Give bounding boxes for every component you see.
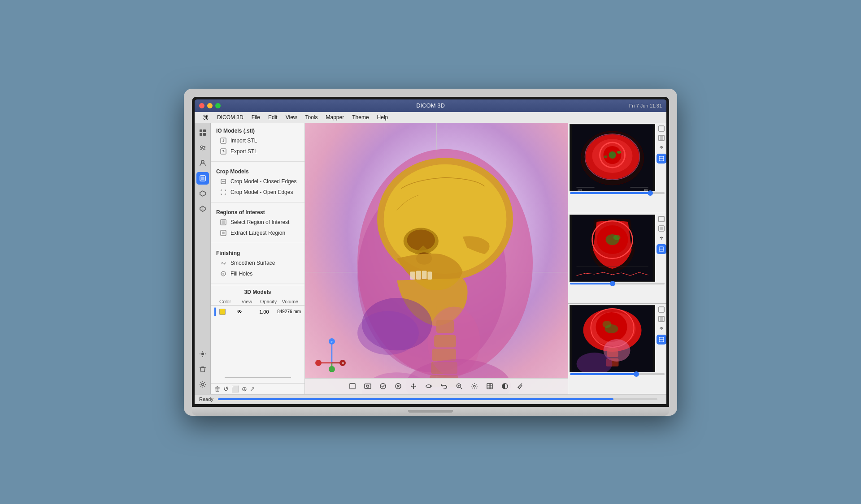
section-header-regions: Regions of Interest [211, 207, 304, 217]
section-header-crop-models: Crop Models [211, 166, 304, 176]
view-top-icon-1[interactable] [657, 125, 665, 133]
slice-controls-mid [568, 282, 666, 285]
tool-cancel[interactable] [392, 380, 404, 392]
models-bottom-toolbar: 🗑 ↺ ⬜ ⊕ ↗ [211, 383, 304, 394]
minimize-button[interactable] [207, 103, 213, 108]
tool-rotate-3d[interactable] [423, 380, 435, 392]
maximize-button[interactable] [215, 103, 221, 108]
section-header-finishing: Finishing [211, 248, 304, 258]
slider-thumb-mid[interactable] [610, 281, 615, 286]
menu-help[interactable]: Help [374, 113, 392, 122]
slider-thumb-top[interactable] [648, 190, 653, 196]
icon-grid-view[interactable] [196, 126, 209, 139]
svg-rect-106 [660, 227, 663, 230]
view-mid-icons [657, 213, 666, 282]
slice-controls-top [568, 191, 666, 195]
menu-edit[interactable]: Edit [265, 113, 281, 122]
menu-export-stl[interactable]: Export STL [211, 146, 304, 157]
merge-model-icon[interactable]: ⊕ [242, 385, 247, 392]
menu-fill-holes[interactable]: Fill Holes [211, 268, 304, 279]
view-bottom-icon-3[interactable] [657, 324, 665, 332]
menu-extract-region[interactable]: Extract Largest Region [211, 228, 304, 238]
crop-closed-icon [220, 178, 227, 185]
menu-view[interactable]: View [282, 113, 301, 122]
table-row[interactable]: 👁 1.00 849276 mm [211, 306, 304, 318]
menu-smoothen[interactable]: Smoothen Surface [211, 258, 304, 268]
svg-rect-120 [659, 307, 664, 312]
slice-slider-mid[interactable] [570, 283, 665, 284]
icon-3d-model[interactable] [196, 172, 209, 185]
slice-view-mid [570, 215, 655, 282]
view-mid-icon-1[interactable] [657, 215, 665, 223]
view-bottom-blue-btn[interactable] [657, 335, 666, 345]
tool-scalpel[interactable] [514, 380, 526, 392]
tool-settings[interactable] [469, 380, 480, 392]
menu-theme[interactable]: Theme [348, 113, 372, 122]
menubar: ⌘ DICOM 3D File Edit View Tools Mapper T… [195, 112, 666, 123]
slice-slider-bottom[interactable] [570, 373, 665, 375]
svg-rect-46 [410, 271, 415, 280]
export-model-icon[interactable]: ↗ [250, 385, 255, 392]
icon-3d-alt[interactable] [196, 187, 209, 200]
svg-rect-0 [200, 129, 202, 132]
menu-select-region[interactable]: Select Region of Interest [211, 217, 304, 228]
icon-brightness[interactable] [196, 348, 209, 360]
right-panel: -100 100 [568, 123, 666, 394]
menu-dicom3d[interactable]: DICOM 3D [213, 113, 247, 122]
tool-move[interactable] [408, 380, 419, 392]
icon-outline[interactable] [196, 202, 209, 215]
svg-rect-1 [203, 129, 206, 132]
icon-delete[interactable] [196, 363, 209, 375]
view-mid-icon-2[interactable] [657, 224, 665, 233]
view-bottom-icon-1[interactable] [657, 306, 665, 314]
slice-slider-top[interactable] [570, 192, 665, 194]
icon-settings[interactable] [196, 378, 209, 391]
svg-text:100: 100 [644, 189, 649, 191]
svg-point-26 [222, 232, 225, 234]
main-viewport[interactable]: Z ✕ [305, 123, 568, 394]
tool-zoom[interactable] [453, 380, 465, 392]
view-top-icon-2[interactable] [657, 134, 665, 142]
titlebar-right: Fri 7 Jun 11:31 [629, 103, 662, 108]
view-mid-blue-btn[interactable] [657, 244, 666, 254]
viewport-bottom-toolbar [305, 378, 568, 394]
menu-file[interactable]: File [248, 113, 264, 122]
slice-view-top: -100 100 [570, 124, 655, 191]
section-crop-models: Crop Models Crop Model - Closed Edges C [211, 164, 304, 200]
svg-rect-61 [365, 384, 371, 388]
slice-controls-bottom [568, 372, 666, 376]
coronal-scan [570, 215, 655, 282]
tool-brightness[interactable] [499, 380, 511, 392]
slider-thumb-bottom[interactable] [634, 371, 639, 377]
view-bottom-icon-2[interactable] [657, 315, 665, 323]
volume-value: 849276 mm [277, 309, 301, 314]
models-panel: 3D Models Color View Opacity Volume 👁 1.… [211, 286, 304, 394]
view-panel-bottom [568, 304, 666, 394]
menu-mapper[interactable]: Mapper [322, 113, 348, 122]
tool-confirm[interactable] [377, 380, 389, 392]
section-regions: Regions of Interest Select Region of Int… [211, 204, 304, 241]
copy-model-icon[interactable]: ⬜ [231, 385, 239, 392]
menu-crop-closed[interactable]: Crop Model - Closed Edges [211, 176, 304, 187]
menu-tools[interactable]: Tools [302, 113, 322, 122]
undo-model-icon[interactable]: ↺ [223, 385, 229, 392]
color-swatch[interactable] [219, 309, 226, 315]
view-bottom-icons [657, 304, 666, 372]
close-button[interactable] [199, 103, 204, 108]
menu-crop-open[interactable]: Crop Model - Open Edges [211, 187, 304, 198]
tool-grid[interactable] [484, 380, 496, 392]
view-icon[interactable]: 👁 [228, 309, 251, 315]
tool-select-rect[interactable] [347, 380, 358, 392]
icon-sliders[interactable] [196, 142, 209, 154]
svg-point-34 [407, 229, 435, 250]
menu-apple[interactable]: ⌘ [199, 113, 213, 122]
tool-undo[interactable] [438, 380, 450, 392]
icon-person[interactable] [196, 157, 209, 169]
delete-model-icon[interactable]: 🗑 [214, 385, 221, 392]
svg-point-87 [604, 155, 608, 158]
view-top-icon-3[interactable] [657, 143, 665, 151]
tool-screenshot[interactable] [362, 380, 374, 392]
view-mid-icon-3[interactable] [657, 234, 665, 242]
menu-import-stl[interactable]: Import STL [211, 135, 304, 146]
view-top-blue-btn[interactable] [657, 154, 666, 164]
